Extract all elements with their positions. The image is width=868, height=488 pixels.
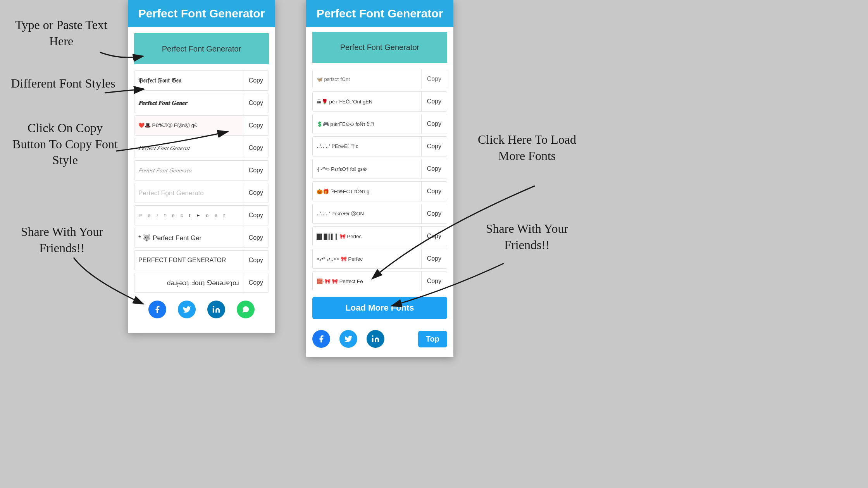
table-row: P e r f e c t F o n t Copy (134, 205, 269, 225)
font-text: ɹoʇɐɹǝuǝ⅁ ʇuoℲ ʇɔǝɟɹǝd (134, 277, 243, 289)
table-row: ❤️🎩 P€ff€©⓪ F⓪n⓪ g€ Copy (134, 115, 269, 136)
font-text: ¤ₐ•°‾ₐ•..>> 🎀 Perfec (313, 254, 421, 264)
font-text: P e r f e c t F o n t (134, 210, 243, 221)
right-social-row: Top (306, 324, 453, 357)
svg-point-1 (372, 335, 374, 337)
table-row: 🏛🌹 pé r FEČt 'Ont gEN Copy (312, 91, 447, 112)
linkedin-share-button[interactable] (207, 301, 225, 318)
font-text: 𝐏𝐞𝐫𝐟𝐞𝐜𝐭 𝐅𝐨𝐧𝐭 𝐆𝐞𝐧𝐞𝐫 (134, 98, 243, 109)
right-panel-header: Perfect Font Generator (306, 0, 453, 27)
copy-button[interactable]: Copy (421, 114, 447, 134)
table-row: * 🐺 Perfect Fɵnt Ger Copy (134, 228, 269, 248)
copy-button[interactable]: Copy (243, 116, 269, 135)
table-row: 💲🎮 p⊕rFE⊙⊙ foÑτ ϑ⑀! Copy (312, 114, 447, 134)
annotation-click-copy: Click On Copy Button To Copy Font Style (11, 120, 119, 168)
right-input-text: Perfect Font Generator (340, 43, 420, 52)
right-facebook-button[interactable] (312, 330, 330, 348)
table-row: 𝑃𝑒𝑟𝑓𝑒𝑐𝑡 𝐹𝑜𝑛𝑡 𝐺𝑒𝑛𝑒𝑟𝑎𝑡 Copy (134, 138, 269, 158)
copy-button[interactable]: Copy (421, 249, 447, 268)
copy-button[interactable]: Copy (421, 92, 447, 111)
font-text: 🎃🎁 ℙEf⊕ĒCT fÔNτ g (313, 186, 421, 197)
table-row: 𝘗𝘦𝘳𝘧𝘦𝘤𝘵 𝘍𝘰𝘯𝘵 𝘎𝘦𝘯𝘦𝘳𝘢𝘵𝘰 Copy (134, 160, 269, 180)
font-text: 𝘗𝘦𝘳𝘧𝘦𝘤𝘵 𝘍𝘰𝘯𝘵 𝘎𝘦𝘯𝘦𝘳𝘢𝘵𝘰 (134, 165, 243, 176)
copy-button[interactable]: Copy (421, 271, 447, 291)
table-row: 𝐏𝐞𝐫𝐟𝐞𝐜𝐭 𝐅𝐨𝐧𝐭 𝐆𝐞𝐧𝐞𝐫 Copy (134, 93, 269, 113)
font-rows-left: 𝔓𝔢𝔯𝔣𝔢𝔠𝔱 𝔉𝔬𝔫𝔱 𝔊𝔢𝔫 Copy 𝐏𝐞𝐫𝐟𝐞𝐜𝐭 𝐅𝐨𝐧𝐭 𝐆𝐞𝐧𝐞𝐫… (128, 70, 275, 293)
font-text: █▌█║▌║ 🎀 Perfec (313, 231, 421, 242)
font-text: 𝔓𝔢𝔯𝔣𝔢𝔠𝔱 𝔉𝔬𝔫𝔱 𝔊𝔢𝔫 (134, 75, 243, 86)
annotation-different-fonts: Different Font Styles (11, 76, 115, 92)
copy-button[interactable]: Copy (243, 161, 269, 180)
table-row: ∙|∙∙°'•» PεrfεΘ† fo᷊ gε⊗ Copy (312, 159, 447, 179)
annotation-type-paste: Type or Paste Text Here (11, 17, 112, 49)
font-text: 💲🎮 p⊕rFE⊙⊙ foÑτ ϑ⑀! (313, 119, 421, 129)
table-row: ‥'‥'‥' ℙEr⊕Ē᷊ 千c Copy (312, 136, 447, 156)
copy-button[interactable]: Copy (243, 228, 269, 247)
font-text: * 🐺 Perfect Fɵnt Ger (134, 232, 243, 244)
top-button[interactable]: Top (418, 331, 447, 347)
font-text: 🏛🌹 pé r FEČt 'Ont gEN (313, 96, 421, 107)
font-text: Perfect Fo̤nt Generato (134, 187, 243, 199)
copy-button[interactable]: Copy (421, 137, 447, 156)
annotation-click-load: Click Here To Load More Fonts (473, 132, 581, 164)
social-share-row (128, 293, 275, 328)
table-row: 🧱·🎀 🎀 Perfect Fɵ Copy (312, 271, 447, 291)
annotation-share-right: Share With Your Friends!! (477, 221, 577, 253)
font-text: ‥'‥'‥' ℙEr⊕Ē᷊ 千c (313, 141, 421, 152)
table-row: 🎃🎁 ℙEf⊕ĒCT fÔNτ g Copy (312, 181, 447, 201)
table-row: ¤ₐ•°‾ₐ•..>> 🎀 Perfec Copy (312, 249, 447, 269)
copy-button[interactable]: Copy (421, 69, 447, 89)
copy-button[interactable]: Copy (243, 273, 269, 292)
font-text: 🧱·🎀 🎀 Perfect Fɵ (313, 276, 421, 287)
copy-button[interactable]: Copy (243, 251, 269, 270)
copy-button[interactable]: Copy (421, 204, 447, 223)
left-panel: Perfect Font Generator Perfect Font Gene… (128, 0, 275, 333)
font-text: ‥'‥'‥' Peя'eⲐт ⓪ON (313, 208, 421, 220)
font-text: 𝑃𝑒𝑟𝑓𝑒𝑐𝑡 𝐹𝑜𝑛𝑡 𝐺𝑒𝑛𝑒𝑟𝑎𝑡 (134, 143, 243, 154)
whatsapp-share-button[interactable] (237, 301, 255, 318)
font-rows-right: 🏛🌹 pé r FEČt 'Ont gEN Copy 💲🎮 p⊕rFE⊙⊙ fo… (306, 91, 453, 291)
facebook-share-button[interactable] (148, 301, 166, 318)
right-panel: Perfect Font Generator Perfect Font Gene… (306, 0, 453, 357)
right-linkedin-button[interactable] (367, 330, 384, 348)
table-row: ‥'‥'‥' Peя'eⲐт ⓪ON Copy (312, 204, 447, 224)
truncated-row: 🦋 рεrfεcτ fΩnt Copy (312, 69, 447, 89)
twitter-share-button[interactable] (178, 301, 196, 318)
copy-button[interactable]: Copy (243, 206, 269, 225)
annotation-share-left: Share With Your Friends!! (16, 224, 108, 256)
font-text: 🦋 рεrfεcτ fΩnt (313, 74, 421, 84)
load-more-button[interactable]: Load More Fonts (312, 297, 447, 319)
copy-button[interactable]: Copy (243, 183, 269, 203)
copy-button[interactable]: Copy (421, 182, 447, 201)
svg-point-0 (213, 306, 214, 308)
right-text-input[interactable]: Perfect Font Generator (312, 32, 447, 63)
table-row: Perfect Fo̤nt Generato Copy (134, 183, 269, 203)
table-row: 𝔓𝔢𝔯𝔣𝔢𝔠𝔱 𝔉𝔬𝔫𝔱 𝔊𝔢𝔫 Copy (134, 70, 269, 91)
copy-button[interactable]: Copy (243, 71, 269, 90)
copy-button[interactable]: Copy (243, 138, 269, 158)
copy-button[interactable]: Copy (421, 159, 447, 179)
copy-button[interactable]: Copy (243, 93, 269, 113)
table-row: PERFECT FONT GENERATOR Copy (134, 250, 269, 270)
table-row: ɹoʇɐɹǝuǝ⅁ ʇuoℲ ʇɔǝɟɹǝd Copy (134, 273, 269, 293)
table-row: █▌█║▌║ 🎀 Perfec Copy (312, 226, 447, 246)
font-text: ❤️🎩 P€ff€©⓪ F⓪n⓪ g€ (134, 120, 243, 131)
right-twitter-button[interactable] (339, 330, 357, 348)
font-text: ∙|∙∙°'•» PεrfεΘ† fo᷊ gε⊗ (313, 164, 421, 174)
copy-button[interactable]: Copy (421, 227, 447, 246)
text-input[interactable]: Perfect Font Generator (134, 33, 269, 64)
input-text: Perfect Font Generator (162, 45, 241, 53)
left-panel-header: Perfect Font Generator (128, 0, 275, 27)
font-text: PERFECT FONT GENERATOR (134, 254, 243, 266)
